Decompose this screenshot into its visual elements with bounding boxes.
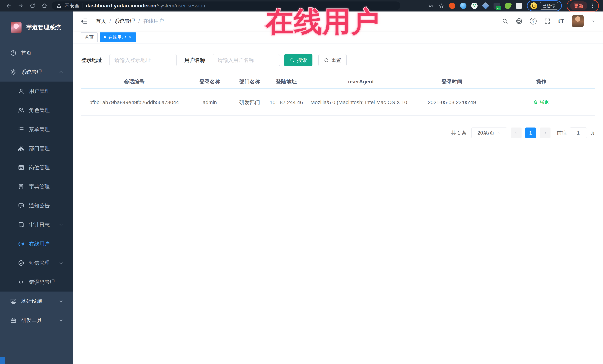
chevron-down-icon <box>497 131 501 135</box>
bookmark-star-icon[interactable] <box>439 3 444 9</box>
tab-online-users[interactable]: 在线用户 <box>100 33 136 42</box>
search-icon[interactable] <box>502 18 508 24</box>
chrome-update-button[interactable]: 更新 <box>570 1 587 10</box>
page-size-select[interactable]: 20条/页 <box>471 128 507 138</box>
extensions-puzzle-icon[interactable] <box>516 3 522 9</box>
pagination-total: 共 1 条 <box>451 130 467 136</box>
password-key-icon[interactable] <box>428 3 434 9</box>
sidebar-item-label: 研发工具 <box>21 317 42 324</box>
extension-icon-blue-drop[interactable] <box>460 3 466 9</box>
sidebar-item-sms-management[interactable]: 短信管理 <box>0 253 73 272</box>
username-label: 用户名称 <box>185 57 205 64</box>
sidebar-submenu-system: 用户管理 角色管理 菜单管理 部门管理 <box>0 82 73 292</box>
avatar-caret-down-icon[interactable] <box>591 19 596 23</box>
browser-back-button[interactable] <box>4 1 13 10</box>
profile-annotation-circle: 已暂停 <box>527 0 562 11</box>
tabs-view-bar: 首页 在线用户 <box>73 31 603 44</box>
sidebar-item-dict-management[interactable]: 字典管理 <box>0 177 73 196</box>
chevron-down-icon <box>59 318 63 323</box>
list-icon <box>18 126 24 133</box>
login-address-label: 登录地址 <box>81 57 102 64</box>
sidebar-item-infrastructure[interactable]: 基础设施 <box>0 292 73 311</box>
search-form: 登录地址 用户名称 搜索 重置 <box>81 54 595 66</box>
app-logo <box>11 22 22 33</box>
extension-icon-orange[interactable] <box>449 3 455 9</box>
sidebar-item-error-code[interactable]: 错误码管理 <box>0 272 73 292</box>
browser-reload-button[interactable] <box>28 1 37 10</box>
sidebar-item-role-management[interactable]: 角色管理 <box>0 101 73 120</box>
clipboard-icon <box>18 221 24 228</box>
breadcrumb-home[interactable]: 首页 <box>96 18 106 25</box>
sync-paused-badge[interactable]: 已暂停 <box>540 2 558 10</box>
sidebar-item-department-management[interactable]: 部门管理 <box>0 139 73 158</box>
reset-button[interactable]: 重置 <box>318 54 347 66</box>
chevron-right-icon <box>543 131 547 135</box>
trash-icon <box>533 100 538 105</box>
browser-menu-icon[interactable] <box>590 3 595 9</box>
col-header-username: 登录名称 <box>187 78 232 85</box>
next-page-button[interactable] <box>540 128 550 138</box>
sidebar-item-notice[interactable]: 通知公告 <box>0 196 73 215</box>
sidebar-item-system-management[interactable]: 系统管理 <box>0 62 73 82</box>
user-avatar[interactable] <box>572 15 584 27</box>
sidebar-item-home[interactable]: 首页 <box>0 43 73 62</box>
online-signal-icon <box>18 241 24 247</box>
security-label[interactable]: 不安全 <box>65 2 80 9</box>
tab-close-icon[interactable] <box>128 35 132 39</box>
browser-toolbar: 不安全 dashboard.yudao.iocoder.cn/system/us… <box>0 0 603 11</box>
col-header-dept: 部门名称 <box>232 78 267 85</box>
extension-icon-leaf[interactable] <box>504 2 512 10</box>
sidebar-item-label: 部门管理 <box>29 145 50 152</box>
github-icon[interactable] <box>516 18 522 24</box>
sidebar-item-post-management[interactable]: 岗位管理 <box>0 158 73 177</box>
chevron-down-icon <box>59 222 63 227</box>
page-content: 登录地址 用户名称 搜索 重置 会话编号 <box>73 44 603 364</box>
help-icon[interactable]: ? <box>530 18 537 24</box>
prev-page-button[interactable] <box>511 128 522 138</box>
sidebar-menu: 首页 系统管理 用户管理 角色管理 <box>0 43 73 330</box>
toolbox-icon <box>10 317 17 324</box>
url-domain: dashboard.yudao.iocoder.cn <box>86 3 156 9</box>
sidebar-item-audit-log[interactable]: 审计日志 <box>0 215 73 234</box>
browser-forward-button[interactable] <box>16 1 25 10</box>
sidebar-scrollbar-thumb[interactable] <box>0 357 5 364</box>
browser-home-button[interactable] <box>40 1 49 10</box>
gear-icon <box>10 69 17 76</box>
font-size-icon[interactable]: tT <box>558 17 564 25</box>
url-text[interactable]: dashboard.yudao.iocoder.cn/system/user-s… <box>86 3 205 9</box>
sidebar-collapse-icon[interactable] <box>81 17 88 25</box>
sidebar-item-label: 角色管理 <box>29 107 50 114</box>
sidebar-item-online-users[interactable]: 在线用户 <box>0 234 73 253</box>
jump-page-input[interactable] <box>570 128 587 138</box>
sidebar-item-dev-tools[interactable]: 研发工具 <box>0 311 73 330</box>
fullscreen-icon[interactable] <box>544 18 551 24</box>
header-actions: ? tT <box>502 15 596 27</box>
sidebar-item-label: 审计日志 <box>29 221 50 228</box>
username-input[interactable] <box>213 54 280 66</box>
cell-session-id: bfbb1ab79ba849e49fb26ddb56a73044 <box>81 99 187 105</box>
url-path: /system/user-session <box>156 3 205 9</box>
page-number-1[interactable]: 1 <box>525 128 536 138</box>
sidebar-logo-row[interactable]: 芋道管理系统 <box>0 11 73 43</box>
id-card-icon <box>18 164 24 171</box>
code-icon <box>18 279 24 286</box>
breadcrumb-system[interactable]: 系统管理 <box>114 18 135 25</box>
sidebar-item-menu-management[interactable]: 菜单管理 <box>0 120 73 139</box>
breadcrumb-separator: / <box>109 18 111 24</box>
sidebar-item-user-management[interactable]: 用户管理 <box>0 82 73 101</box>
profile-avatar-emoji[interactable] <box>531 2 537 9</box>
col-header-time: 登录时间 <box>416 78 487 85</box>
sidebar-item-label: 首页 <box>21 49 32 56</box>
extension-icon-v[interactable]: V <box>471 3 477 9</box>
extension-icon-translator[interactable]: en <box>494 3 500 9</box>
book-icon <box>18 183 24 190</box>
tab-home[interactable]: 首页 <box>81 33 98 42</box>
address-bar[interactable]: 不安全 dashboard.yudao.iocoder.cn/system/us… <box>52 1 400 10</box>
app-header: 首页 / 系统管理 / 在线用户 ? tT <box>73 11 603 31</box>
sidebar-item-label: 岗位管理 <box>29 164 50 171</box>
force-logout-button[interactable]: 强退 <box>533 99 549 105</box>
extension-icon-diamond[interactable] <box>482 2 489 9</box>
sidebar-item-label: 菜单管理 <box>29 126 50 133</box>
login-address-input[interactable] <box>109 54 177 66</box>
search-button[interactable]: 搜索 <box>284 54 313 66</box>
